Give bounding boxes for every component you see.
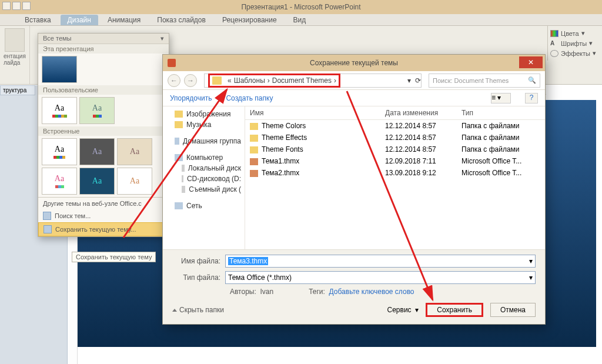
theme-thumb[interactable]: Aa	[79, 168, 115, 195]
tab-design[interactable]: Дизайн	[61, 15, 98, 25]
search-themes-item[interactable]: Поиск тем...	[38, 209, 169, 222]
structure-tab[interactable]: труктура	[0, 85, 35, 95]
computer-icon	[175, 154, 183, 161]
folder-open-icon	[43, 212, 51, 220]
colors-icon	[550, 30, 558, 37]
tab-insert[interactable]: Вставка	[18, 15, 58, 25]
tree-node: CD-дисковод (D:	[163, 173, 245, 184]
theme-thumb[interactable]: Aa	[42, 138, 77, 165]
chevron-down-icon[interactable]: ▾	[407, 76, 411, 85]
search-icon: 🔍	[528, 76, 536, 84]
cancel-button[interactable]: Отмена	[490, 303, 536, 317]
nav-forward-button[interactable]: →	[184, 74, 197, 87]
file-row[interactable]: Theme Fonts12.12.2014 8:57Папка с файлам…	[245, 143, 545, 155]
homegroup-icon	[175, 138, 179, 145]
themes-section-user: Пользовательские	[38, 85, 169, 95]
save-icon	[44, 225, 52, 233]
ribbon-tabs: Вставка Дизайн Анимация Показ слайдов Ре…	[0, 14, 602, 26]
breadcrumb-highlight: « Шаблоны › Document Themes ›	[208, 74, 340, 88]
folder-tree[interactable]: Изображения Музыка Домашняя группа Компь…	[163, 106, 245, 249]
file-row[interactable]: Тема1.thmx12.09.2018 7:11Microsoft Offic…	[245, 155, 545, 167]
file-row[interactable]: Theme Effects12.12.2014 8:57Папка с файл…	[245, 132, 545, 143]
cd-icon	[182, 175, 183, 182]
fonts-icon: A	[550, 40, 558, 47]
app-titlebar: Презентация1 - Microsoft PowerPoint	[0, 0, 602, 14]
more-themes-link[interactable]: Другие темы на веб-узле Office.c	[38, 198, 169, 209]
dialog-title-text: Сохранение текущей темы	[310, 59, 398, 67]
theme-variants-toolbar: Цвета ▾ AШрифты ▾ Эффекты ▾	[547, 26, 602, 61]
tree-node: Локальный диск	[163, 163, 245, 173]
tab-view[interactable]: Вид	[286, 15, 313, 25]
filename-input[interactable]: Тема3.thmx▾	[225, 255, 536, 268]
app-title: Презентация1 - Microsoft PowerPoint	[241, 3, 360, 11]
search-input[interactable]: Поиск: Document Themes🔍	[429, 74, 540, 88]
folder-icon	[212, 76, 222, 85]
authors-label: Авторы:	[230, 288, 256, 296]
theme-thumb[interactable]: Aa	[117, 138, 152, 165]
file-list-header[interactable]: Имя Дата изменения Тип	[245, 106, 545, 120]
dialog-toolbar: Упорядочить Создать папку ≡ ▾ ?	[163, 90, 545, 106]
tags-label: Теги:	[309, 288, 325, 296]
tab-review[interactable]: Рецензирование	[215, 15, 284, 25]
pictures-icon	[175, 111, 183, 118]
new-folder-button[interactable]: Создать папку	[226, 94, 273, 102]
save-dialog: Сохранение текущей темы ✕ ← → « Шаблоны …	[162, 54, 546, 325]
powerpoint-icon	[168, 59, 176, 67]
save-current-theme-item[interactable]: Сохранить текущую тему...	[38, 222, 169, 236]
theme-thumb[interactable]: Aa	[79, 138, 115, 165]
tab-animation[interactable]: Анимация	[101, 15, 148, 25]
window-controls[interactable]	[2, 2, 31, 10]
refresh-icon[interactable]: ⟳	[415, 76, 421, 85]
dialog-footer: Имя файла: Тема3.thmx▾ Тип файла: Тема O…	[163, 249, 545, 324]
effects-icon	[550, 50, 558, 57]
theme-thumb-current[interactable]	[42, 56, 77, 83]
dialog-nav: ← → « Шаблоны › Document Themes › ▾ ⟳ По…	[163, 71, 545, 90]
hide-folders-toggle[interactable]: Скрыть папки	[172, 306, 224, 314]
tab-slideshow[interactable]: Показ слайдов	[150, 15, 213, 25]
file-row[interactable]: Тема2.thmx13.09.2018 9:12Microsoft Offic…	[245, 167, 545, 179]
tree-node: Домашняя группа	[163, 136, 245, 146]
tooltip: Сохранить текущую тему	[72, 252, 156, 262]
disk-icon	[182, 165, 185, 172]
theme-file-icon	[250, 158, 258, 165]
folder-icon	[250, 135, 258, 142]
themes-section-builtin: Встроенные	[38, 126, 169, 136]
filetype-select[interactable]: Тема Office (*.thmx)▾	[225, 271, 536, 284]
fonts-button[interactable]: AШрифты ▾	[550, 38, 600, 48]
dialog-titlebar[interactable]: Сохранение текущей темы ✕	[163, 55, 545, 71]
ribbon-group-slide: ентация лайда	[0, 26, 30, 84]
effects-button[interactable]: Эффекты ▾	[550, 48, 600, 58]
music-icon	[175, 121, 183, 128]
help-button[interactable]: ?	[525, 93, 538, 103]
tags-value[interactable]: Добавьте ключевое слово	[329, 288, 414, 296]
theme-file-icon	[250, 170, 258, 177]
chevron-up-icon	[172, 309, 177, 312]
ribbon-group-slide-label: ентация лайда	[4, 53, 26, 66]
filename-label: Имя файла:	[172, 257, 225, 265]
organize-button[interactable]: Упорядочить	[170, 94, 212, 102]
service-dropdown[interactable]: Сервис ▾	[387, 306, 419, 314]
tree-node: Компьютер	[163, 152, 245, 163]
colors-button[interactable]: Цвета ▾	[550, 28, 600, 38]
view-mode-button[interactable]: ≡ ▾	[491, 93, 511, 103]
filetype-label: Тип файла:	[172, 273, 225, 282]
file-list: Имя Дата изменения Тип Theme Colors12.12…	[245, 106, 545, 249]
themes-section-current: Эта презентация	[38, 44, 169, 54]
save-button[interactable]: Сохранить	[426, 303, 483, 317]
nav-back-button[interactable]: ←	[168, 74, 180, 87]
theme-thumb[interactable]: Aa	[79, 97, 115, 124]
authors-value[interactable]: Ivan	[260, 288, 273, 296]
file-row[interactable]: Theme Colors12.12.2014 8:57Папка с файла…	[245, 120, 545, 132]
tree-node: Музыка	[163, 119, 245, 130]
folder-icon	[250, 123, 258, 130]
slide-orientation-icon[interactable]	[5, 28, 25, 52]
theme-thumb[interactable]: Aa	[117, 168, 152, 195]
themes-gallery-dropdown: Все темы▾ Эта презентация Пользовательск…	[38, 33, 169, 237]
theme-thumb[interactable]: Aa	[42, 97, 77, 124]
close-button[interactable]: ✕	[519, 56, 543, 68]
breadcrumb[interactable]: « Шаблоны › Document Themes › ▾ ⟳	[204, 74, 422, 88]
tree-node: Изображения	[163, 109, 245, 119]
usb-icon	[182, 186, 185, 193]
network-icon	[175, 202, 183, 209]
theme-thumb[interactable]: Aa	[42, 168, 77, 195]
